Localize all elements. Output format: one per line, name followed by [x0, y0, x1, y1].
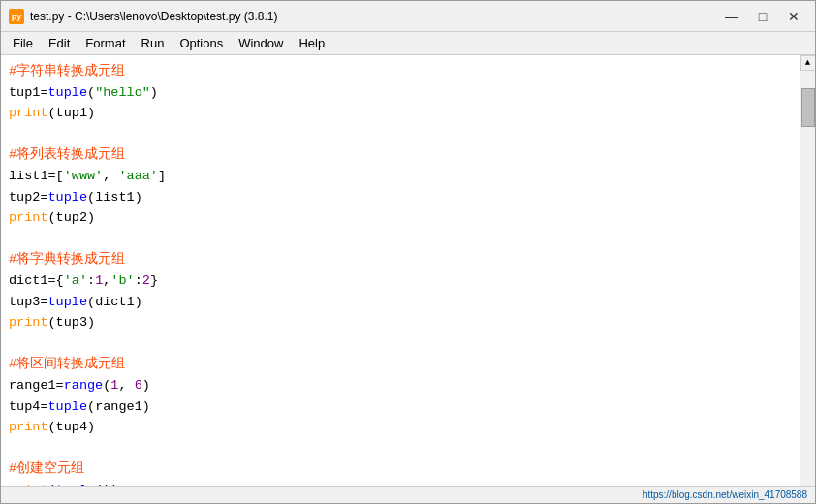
- scroll-thumb[interactable]: [801, 88, 815, 127]
- status-bar: https://blog.csdn.net/weixin_41708588: [1, 486, 815, 503]
- comment-3: #将字典转换成元组: [9, 252, 125, 267]
- window-title: test.py - C:\Users\lenovo\Desktop\test.p…: [30, 10, 718, 23]
- code-line: list1=['www', 'aaa']: [9, 169, 166, 183]
- code-line: tup3=tuple(dict1): [9, 295, 142, 309]
- code-editor[interactable]: #字符串转换成元组 tup1=tuple("hello") print(tup1…: [1, 55, 800, 486]
- window-controls: — □ ✕: [718, 6, 807, 27]
- menu-window[interactable]: Window: [231, 34, 291, 52]
- code-line: dict1={'a':1,'b':2}: [9, 273, 158, 288]
- code-line: print(tup2): [9, 210, 95, 225]
- vertical-scrollbar[interactable]: ▲: [800, 55, 815, 486]
- menu-help[interactable]: Help: [291, 34, 332, 52]
- status-url: https://blog.csdn.net/weixin_41708588: [643, 489, 807, 500]
- scroll-up-button[interactable]: ▲: [800, 55, 816, 71]
- title-bar: py test.py - C:\Users\lenovo\Desktop\tes…: [1, 1, 815, 32]
- menu-bar: File Edit Format Run Options Window Help: [1, 32, 815, 55]
- code-line: tup4=tuple(range1): [9, 399, 150, 414]
- code-line: tup2=tuple(list1): [9, 190, 142, 205]
- code-line: print(tup3): [9, 315, 95, 330]
- maximize-button[interactable]: □: [749, 6, 776, 27]
- comment-5: #创建空元组: [9, 461, 84, 476]
- menu-options[interactable]: Options: [172, 34, 231, 52]
- minimize-button[interactable]: —: [718, 6, 745, 27]
- comment-4: #将区间转换成元组: [9, 357, 125, 371]
- editor-area: #字符串转换成元组 tup1=tuple("hello") print(tup1…: [1, 55, 815, 486]
- code-line: tup1=tuple("hello"): [9, 85, 158, 100]
- app-icon: py: [9, 9, 24, 24]
- menu-format[interactable]: Format: [78, 34, 133, 52]
- code-line: print(tuple()): [9, 483, 118, 486]
- comment-2: #将列表转换成元组: [9, 147, 125, 162]
- code-line: range1=range(1, 6): [9, 378, 150, 393]
- code-line: print(tup1): [9, 106, 95, 120]
- menu-file[interactable]: File: [5, 34, 41, 52]
- code-line: print(tup4): [9, 420, 95, 434]
- menu-edit[interactable]: Edit: [41, 34, 78, 52]
- main-window: py test.py - C:\Users\lenovo\Desktop\tes…: [0, 0, 816, 504]
- comment-1: #字符串转换成元组: [9, 64, 125, 79]
- close-button[interactable]: ✕: [780, 6, 807, 27]
- menu-run[interactable]: Run: [134, 34, 173, 52]
